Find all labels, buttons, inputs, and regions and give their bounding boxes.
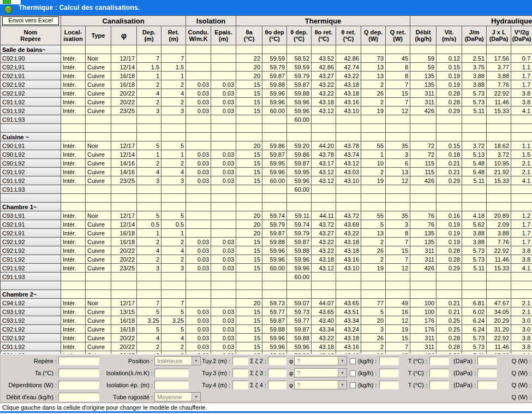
cell[interactable] [137,273,162,281]
cell[interactable] [86,45,111,54]
cell[interactable]: 20.29 [487,316,511,325]
cell[interactable]: 5 [361,307,386,316]
cell[interactable]: 60.00 [287,185,312,194]
cell[interactable]: C91:L92 [1,255,61,264]
cell[interactable]: 59.96 [262,168,287,176]
cell[interactable] [287,290,312,299]
cell[interactable]: 135 [410,238,437,246]
cell[interactable] [386,290,410,299]
cell[interactable]: 26 [361,89,386,98]
cell[interactable] [386,273,410,281]
cell[interactable] [361,273,386,281]
cell[interactable]: 5 [162,325,186,334]
cell[interactable]: 15 [236,334,262,342]
cell[interactable]: 20 [236,220,262,229]
cell[interactable]: 59.88 [262,325,287,334]
cell[interactable]: 4 [162,334,186,342]
cell[interactable] [137,194,162,203]
cell[interactable] [162,194,186,203]
cell[interactable]: C92:L92 [1,89,61,98]
cell[interactable]: 4 [162,168,186,176]
cell[interactable] [462,185,487,194]
cell[interactable] [186,115,211,124]
cell[interactable]: 5.11 [462,176,487,185]
cell[interactable]: 12/17 [111,299,137,307]
cell[interactable]: 0.19 [437,238,462,246]
table-scroll-area[interactable]: Envoi vers ExcelCanalisationIsolationThe… [0,15,532,354]
cell[interactable] [211,220,236,229]
cell[interactable]: Noir [86,299,111,307]
cell[interactable] [186,54,211,63]
cell[interactable]: 42.86 [312,63,336,72]
cell[interactable]: 311 [410,98,437,107]
cell[interactable]: 43.18 [336,80,361,89]
cell[interactable] [262,45,287,54]
cell[interactable] [211,229,236,238]
cell[interactable]: 43.65 [336,299,361,307]
cell[interactable]: 15 [236,307,262,316]
cell[interactable]: Noir [86,211,111,220]
cell[interactable] [162,290,186,299]
cell[interactable]: 5.73 [462,342,487,351]
cell[interactable]: 59.96 [287,98,312,107]
isolation-ep-input[interactable] [154,381,189,389]
cell[interactable]: 43.27 [312,229,336,238]
cell[interactable] [361,281,386,290]
cell[interactable] [86,124,111,133]
cell[interactable]: 59.79 [287,229,312,238]
cell[interactable]: 3.88 [462,80,487,89]
cell[interactable] [487,203,511,211]
cell[interactable]: 0.19 [437,72,462,80]
cell[interactable]: Cuivre [86,72,111,80]
cell[interactable]: 7 [386,238,410,246]
cell[interactable]: 15 [386,334,410,342]
cell[interactable]: 43.16 [336,255,361,264]
cell[interactable] [236,281,262,290]
cell[interactable]: 16/18 [111,238,137,246]
cell[interactable] [111,281,137,290]
cell[interactable]: 426 [410,107,437,115]
cell[interactable]: 0.03 [186,307,211,316]
cell[interactable]: Intér. [61,238,86,246]
cell[interactable]: 15 [236,107,262,115]
cell[interactable]: Cuivre [86,246,111,255]
cell[interactable]: 47.67 [487,299,511,307]
calc-table[interactable]: Envoi vers ExcelCanalisationIsolationThe… [0,15,532,354]
cell[interactable]: 20/22 [111,98,137,107]
cell[interactable]: 135 [410,229,437,238]
cell[interactable]: 0.03 [186,316,211,325]
cell[interactable]: 3 [162,176,186,185]
cell[interactable] [236,133,262,141]
cell[interactable]: 0.21 [437,307,462,316]
cell[interactable]: Intér. [61,141,86,150]
cell[interactable]: 16/18 [111,316,137,325]
cell[interactable]: 20/22 [111,334,137,342]
cell[interactable]: 15 [236,89,262,98]
cell[interactable]: 1.7 [511,220,532,229]
cell[interactable]: 4.1 [511,264,532,273]
cell[interactable]: C92:L90 [1,54,61,63]
cell[interactable]: 0.03 [211,334,236,342]
envoi-vers-excel-button[interactable]: Envoi vers Excel [2,16,59,25]
cell[interactable] [162,281,186,290]
cell[interactable]: 19 [361,264,386,273]
cell[interactable]: Intér. [61,63,86,72]
cell[interactable] [287,281,312,290]
cell[interactable]: Intér. [61,159,86,168]
cell[interactable]: 59.87 [287,325,312,334]
cell[interactable] [111,133,137,141]
cell[interactable] [137,185,162,194]
cell[interactable]: 0.7 [511,54,532,63]
cell[interactable] [487,290,511,299]
cell[interactable]: 0.29 [437,107,462,115]
cell[interactable]: Intér. [61,72,86,80]
cell[interactable]: 2 [137,342,162,351]
cell[interactable]: 16 [386,307,410,316]
cell[interactable]: 43.24 [336,325,361,334]
cell[interactable]: 3.88 [462,229,487,238]
cell[interactable]: 3 [162,107,186,115]
section-header-cell[interactable]: Chambre 1~ [1,203,61,211]
cell[interactable]: 59.96 [287,176,312,185]
cell[interactable]: 45 [386,54,410,63]
cell[interactable]: 59.59 [287,63,312,72]
